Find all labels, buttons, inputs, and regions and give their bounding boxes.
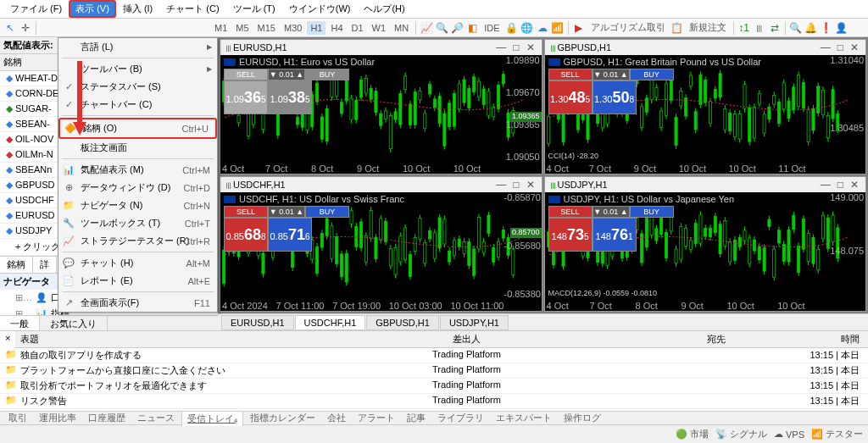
buy-button[interactable]: 1.30508: [593, 80, 637, 114]
candles-icon[interactable]: ⫼: [753, 21, 766, 35]
close-icon[interactable]: ✕: [847, 42, 862, 53]
lot-input[interactable]: ▼ 0.01 ▲: [268, 69, 305, 80]
chart-menu-icon[interactable]: ⫼: [224, 180, 233, 190]
mail-row[interactable]: 📁取引分析でポートフォリオを最適化できますTrading Platform13:…: [0, 379, 868, 394]
arrows-icon[interactable]: ⇄: [768, 21, 782, 35]
lot-input[interactable]: ▼ 0.01 ▲: [268, 206, 305, 218]
terminal-tab[interactable]: 運用比率: [34, 411, 81, 425]
sell-button[interactable]: 1.30485: [548, 80, 593, 114]
chart-tab[interactable]: GBPUSD,H1: [366, 315, 439, 330]
tf-m1[interactable]: M1: [211, 21, 231, 35]
chart-tab[interactable]: USDCHF,H1: [295, 315, 366, 330]
menu-view[interactable]: 表示 (V): [69, 0, 116, 18]
minimize-icon[interactable]: —: [492, 42, 509, 53]
mail-row[interactable]: 📁リスク警告Trading Platform13:15 | 本日: [0, 394, 868, 409]
cloud-icon[interactable]: ☁: [536, 21, 549, 35]
sell-button[interactable]: 0.85688: [224, 218, 268, 252]
menu-item[interactable]: 板注文画面: [58, 139, 217, 157]
buy-button[interactable]: 1.09385: [268, 80, 312, 114]
term-col-time[interactable]: 時間: [804, 331, 868, 347]
signal-icon[interactable]: 📶: [551, 21, 565, 35]
chart-line-icon[interactable]: 📈: [420, 21, 433, 35]
new-order-icon[interactable]: 📋: [670, 21, 684, 35]
cursor-icon[interactable]: ↖: [3, 21, 17, 35]
tf-h1[interactable]: H1: [307, 21, 326, 35]
globe-icon[interactable]: 🌐: [520, 21, 534, 35]
menu-item[interactable]: 💬チャット (H)Alt+M: [58, 254, 217, 272]
chart-canvas[interactable]: USDJPY, H1: US Dollar vs Japanese Yen SE…: [545, 192, 866, 311]
terminal-tab[interactable]: 口座履歴: [83, 411, 131, 425]
indicator-icon[interactable]: ◧: [465, 21, 479, 35]
tf-d1[interactable]: D1: [348, 21, 367, 35]
search-icon[interactable]: 🔍: [789, 21, 803, 35]
chart-canvas[interactable]: EURUSD, H1: Euro vs US Dollar SELL ▼ 0.0…: [220, 55, 542, 174]
lot-input[interactable]: ▼ 0.01 ▲: [593, 69, 630, 80]
maximize-icon[interactable]: □: [509, 42, 522, 53]
menu-item[interactable]: 🔧ツールボックス (T)Ctrl+T: [58, 214, 217, 232]
alert-icon[interactable]: ❗: [820, 21, 833, 35]
minimize-icon[interactable]: —: [817, 42, 834, 53]
terminal-tab[interactable]: エキスパート: [491, 411, 557, 425]
terminal-tab[interactable]: 記事: [402, 411, 431, 425]
chart-tab[interactable]: EURUSD,H1: [221, 315, 294, 330]
tf-w1[interactable]: W1: [369, 21, 390, 35]
algo-trading-button[interactable]: アルゴリズム取引: [587, 21, 669, 34]
sell-button[interactable]: 148735: [548, 218, 593, 252]
term-col-to[interactable]: 宛先: [702, 331, 804, 347]
crosshair-icon[interactable]: ✛: [19, 21, 32, 35]
chart-canvas[interactable]: USDCHF, H1: US Dollar vs Swiss Franc SEL…: [220, 192, 542, 311]
ide-button[interactable]: IDE: [481, 23, 503, 33]
nav-tab-general[interactable]: 一般: [0, 316, 40, 330]
sell-button[interactable]: 1.09365: [224, 80, 268, 114]
status-item[interactable]: ☁VPS: [774, 429, 804, 440]
chart-menu-icon[interactable]: ⫼: [548, 42, 558, 53]
mail-row[interactable]: 📁プラットフォームから直接口座にご入金くださいTrading Platform1…: [0, 363, 868, 379]
term-col-from[interactable]: 差出人: [448, 331, 702, 347]
lot-input[interactable]: ▼ 0.01 ▲: [593, 206, 630, 218]
chart-tab[interactable]: USDJPY,H1: [440, 315, 509, 330]
chart-menu-icon[interactable]: ⫼: [224, 42, 233, 53]
close-icon[interactable]: ✕: [523, 42, 538, 53]
terminal-tab[interactable]: 会社: [322, 411, 351, 425]
menu-item[interactable]: ✓チャートバー (C): [58, 96, 217, 114]
menu-item[interactable]: 📁ナビゲータ (N)Ctrl+N: [58, 197, 217, 214]
tf-m5[interactable]: M5: [232, 21, 252, 35]
menu-item[interactable]: ツールバー (B): [58, 60, 217, 78]
menu-file[interactable]: ファイル (F): [3, 0, 69, 18]
minimize-icon[interactable]: —: [817, 179, 834, 191]
terminal-tab[interactable]: 取引: [3, 411, 32, 425]
menu-item[interactable]: 言語 (L): [58, 38, 217, 56]
zoom-in-icon[interactable]: 🔍: [435, 21, 448, 35]
menu-item[interactable]: 📈ストラテジーテスター (R)Ctrl+R: [58, 232, 217, 250]
menu-item[interactable]: ⊕データウィンドウ (D)Ctrl+D: [58, 179, 217, 197]
maximize-icon[interactable]: □: [834, 42, 847, 53]
zoom-out-icon[interactable]: 🔎: [450, 21, 464, 35]
mw-tab-symbols[interactable]: 銘柄: [0, 257, 33, 273]
new-order-button[interactable]: 新規注文: [686, 21, 730, 34]
maximize-icon[interactable]: □: [834, 179, 847, 191]
menu-item[interactable]: 🔶銘柄 (O)Ctrl+U: [58, 118, 217, 139]
buy-button[interactable]: 148761: [593, 218, 637, 252]
terminal-close-icon[interactable]: ×: [0, 331, 15, 348]
menu-window[interactable]: ウインドウ(W): [282, 0, 358, 18]
close-icon[interactable]: ✕: [847, 179, 862, 191]
close-icon[interactable]: ✕: [523, 179, 538, 191]
menu-help[interactable]: ヘルプ(H): [357, 0, 411, 18]
menu-item[interactable]: ↗全画面表示(F)F11: [58, 294, 217, 312]
chart-canvas[interactable]: GBPUSD, H1: Great Britain Pound vs US Do…: [545, 55, 866, 174]
menu-item[interactable]: 📄レポート (E)Alt+E: [58, 272, 217, 290]
terminal-tab[interactable]: 指標カレンダー: [245, 411, 320, 425]
tf-mn[interactable]: MN: [391, 21, 412, 35]
tf-m30[interactable]: M30: [281, 21, 305, 35]
menu-item[interactable]: ✓ステータスバー (S): [58, 78, 217, 96]
tf-m15[interactable]: M15: [254, 21, 279, 35]
menu-chart[interactable]: チャート (C): [159, 0, 225, 18]
tf-h4[interactable]: H4: [327, 21, 346, 35]
nav-tab-fav[interactable]: お気に入り: [40, 316, 108, 330]
algo-icon[interactable]: ▶: [572, 21, 586, 35]
maximize-icon[interactable]: □: [509, 179, 522, 191]
menu-tools[interactable]: ツール (T): [226, 0, 282, 18]
autotrade-icon[interactable]: ↕1: [737, 21, 751, 35]
terminal-tab[interactable]: 操作ログ: [559, 411, 606, 425]
status-item[interactable]: 🟢市場: [676, 428, 709, 440]
